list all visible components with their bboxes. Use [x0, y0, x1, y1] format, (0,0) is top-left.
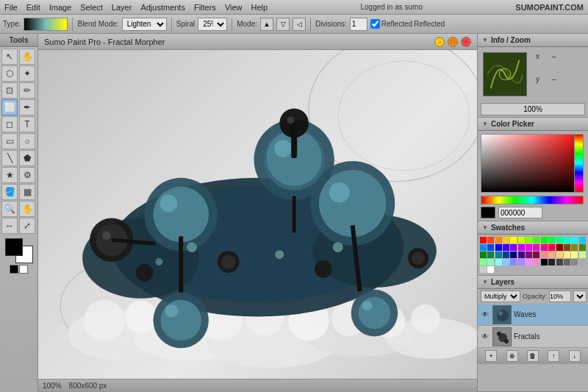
swatches-header[interactable]: ▼ Swatches	[478, 221, 588, 235]
swatch-3[interactable]	[503, 237, 509, 243]
swatch-22[interactable]	[541, 244, 548, 251]
foreground-color[interactable]	[5, 238, 23, 256]
swatch-20[interactable]	[526, 244, 532, 251]
tool-zoom[interactable]: 🔍	[1, 201, 18, 217]
swatch-40[interactable]	[571, 252, 578, 258]
tool-star[interactable]: ★	[1, 167, 18, 183]
swatch-54[interactable]	[571, 259, 578, 266]
swatch-41[interactable]	[579, 252, 586, 258]
swatch-19[interactable]	[518, 244, 525, 251]
layers-header[interactable]: ▼ Layers	[478, 276, 588, 289]
swatch-8[interactable]	[541, 237, 548, 243]
swatch-36[interactable]	[541, 252, 548, 258]
opacity-dropdown[interactable]: ▼	[573, 291, 587, 302]
tool-text[interactable]: T	[19, 116, 35, 132]
swatch-15[interactable]	[487, 244, 494, 251]
menu-item-layer[interactable]: Layer	[112, 3, 132, 12]
hue-strip[interactable]	[574, 135, 583, 192]
tool-line[interactable]: ╲	[1, 150, 18, 166]
tool-lasso[interactable]: ⬡	[1, 65, 18, 82]
color-hex-input[interactable]: 000000	[498, 207, 542, 218]
color-gradient-picker[interactable]	[481, 134, 584, 193]
reflected-checkbox[interactable]	[370, 19, 380, 29]
tool-move[interactable]: ✋	[19, 49, 35, 65]
swatch-35[interactable]	[533, 252, 539, 258]
tool-polygon[interactable]: ⬟	[19, 150, 35, 166]
swatch-18[interactable]	[510, 244, 517, 251]
swatch-29[interactable]	[487, 252, 494, 258]
swatch-56[interactable]	[480, 266, 487, 273]
tool-crop[interactable]: ⊡	[1, 82, 18, 99]
swatch-38[interactable]	[556, 252, 563, 258]
tool-brush[interactable]: ⬜	[1, 99, 18, 115]
swatch-50[interactable]	[541, 259, 548, 266]
tool-ellipse[interactable]: ○	[19, 133, 35, 149]
layer-blend-select[interactable]: Multiply Normal Screen Overlay	[481, 291, 520, 302]
menu-item-view[interactable]: View	[225, 3, 243, 12]
swatch-43[interactable]	[487, 259, 494, 266]
tool-bucket[interactable]: 🪣	[1, 184, 18, 200]
close-button[interactable]: ×	[461, 37, 471, 47]
swatch-28[interactable]	[480, 252, 487, 258]
move-layer-up-button[interactable]: ↑	[548, 350, 559, 362]
mode-btn-3[interactable]: ◁	[293, 18, 306, 31]
swatch-13[interactable]	[579, 237, 586, 243]
tool-gradient[interactable]: ▦	[19, 184, 35, 200]
menu-item-filters[interactable]: Filters	[194, 3, 216, 12]
swatch-0[interactable]	[480, 237, 487, 243]
swatch-4[interactable]	[510, 237, 517, 243]
swatch-37[interactable]	[548, 252, 555, 258]
menu-item-file[interactable]: File	[4, 3, 18, 12]
swatch-24[interactable]	[556, 244, 563, 251]
swatch-55[interactable]	[579, 259, 586, 266]
swatch-11[interactable]	[564, 237, 570, 243]
swatch-33[interactable]	[518, 252, 525, 258]
tool-hand[interactable]: ✋	[19, 201, 35, 217]
minimize-button[interactable]: –	[434, 37, 445, 47]
swatch-2[interactable]	[495, 237, 502, 243]
color-picker-header[interactable]: ▼ Color Picker	[478, 118, 588, 131]
swatch-23[interactable]	[548, 244, 555, 251]
divisions-input[interactable]	[350, 18, 368, 31]
move-layer-down-button[interactable]: ↓	[569, 350, 581, 362]
swatch-26[interactable]	[571, 244, 578, 251]
layer-eye-fractals[interactable]: 👁	[480, 332, 490, 342]
swatch-16[interactable]	[495, 244, 502, 251]
tool-eyedropper[interactable]: ✏	[19, 82, 35, 99]
swatch-6[interactable]	[526, 237, 532, 243]
swatch-46[interactable]	[510, 259, 517, 266]
swatch-31[interactable]	[503, 252, 509, 258]
tool-select[interactable]: ↖	[1, 49, 18, 65]
restore-button[interactable]: □	[448, 37, 458, 47]
color-swatch-preview[interactable]	[481, 207, 495, 218]
layer-eye-waves[interactable]: 👁	[480, 310, 490, 320]
swatch-42[interactable]	[480, 259, 487, 266]
mode-btn-1[interactable]: ▲	[260, 18, 273, 31]
quick-white[interactable]	[19, 265, 28, 274]
swatch-34[interactable]	[526, 252, 532, 258]
tool-magic-wand[interactable]: ✦	[19, 65, 35, 82]
blend-mode-select[interactable]: Lighten Normal Multiply Screen Overlay	[122, 18, 167, 31]
info-header[interactable]: ▼ Info / Zoom	[478, 34, 588, 47]
swatch-1[interactable]	[487, 237, 494, 243]
swatch-21[interactable]	[533, 244, 539, 251]
tool-pencil[interactable]: ✒	[19, 99, 35, 115]
swatch-7[interactable]	[533, 237, 539, 243]
tool-rect[interactable]: ▭	[1, 133, 18, 149]
swatch-53[interactable]	[564, 259, 570, 266]
swatch-45[interactable]	[503, 259, 509, 266]
tool-eraser[interactable]: ◻	[1, 116, 18, 132]
menu-item-help[interactable]: Help	[251, 3, 268, 12]
swatch-32[interactable]	[510, 252, 517, 258]
swatch-9[interactable]	[548, 237, 555, 243]
swatch-10[interactable]	[556, 237, 563, 243]
delete-layer-button[interactable]: 🗑	[527, 350, 539, 362]
swatch-25[interactable]	[564, 244, 570, 251]
mode-btn-2[interactable]: ▽	[276, 18, 290, 31]
swatch-5[interactable]	[518, 237, 525, 243]
new-layer-button[interactable]: +	[485, 350, 497, 362]
hue-bar[interactable]	[481, 196, 584, 204]
tool-warp[interactable]: ⤢	[19, 218, 35, 234]
duplicate-layer-button[interactable]: ⊕	[506, 350, 518, 362]
spiral-select[interactable]: 25% 50% 75%	[198, 18, 227, 31]
